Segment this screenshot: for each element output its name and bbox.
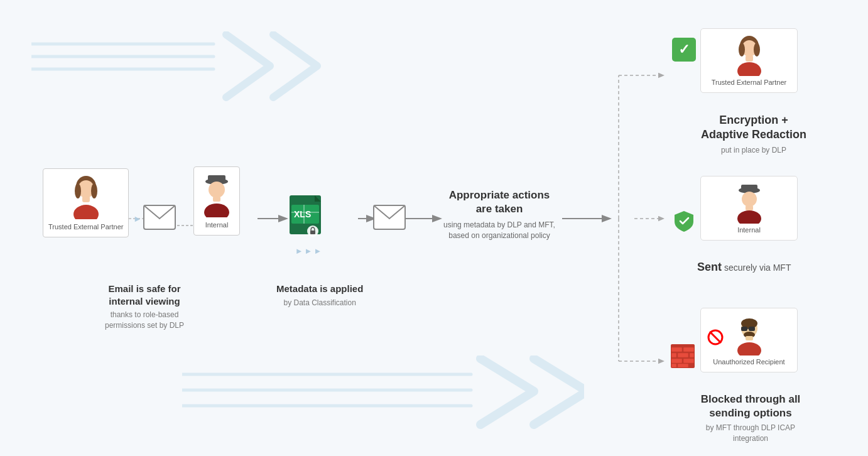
svg-rect-52 xyxy=(671,347,682,352)
brick-wall-icon xyxy=(671,344,695,368)
outcome-internal-card: Internal xyxy=(700,176,798,241)
svg-point-20 xyxy=(73,205,99,219)
svg-point-48 xyxy=(742,192,757,207)
diagram-container: Trusted External Partner ► ► ► xyxy=(0,0,868,456)
action-box: Appropriate actions are taken using meta… xyxy=(440,188,559,241)
mini-arrows-2: ► ► ► xyxy=(286,246,330,256)
outcome-trusted-action-sub: put in place by DLP xyxy=(700,146,807,155)
outcome-trusted-text: Encryption + Adaptive Redaction put in p… xyxy=(700,113,807,155)
svg-rect-47 xyxy=(741,185,757,192)
svg-rect-53 xyxy=(683,347,694,352)
svg-rect-56 xyxy=(690,353,694,357)
svg-line-62 xyxy=(710,332,721,343)
svg-rect-59 xyxy=(671,364,676,367)
svg-point-28 xyxy=(209,182,225,198)
outcome-unauthorized-text: Blocked through all sending options by M… xyxy=(697,393,804,444)
outcome-unauthorized-card: Unauthorized Recipient xyxy=(700,308,798,372)
email-desc-bold: Email is safe for internal viewing xyxy=(94,283,195,307)
svg-point-22 xyxy=(75,183,81,198)
action-sub: using metadata by DLP and MFT, based on … xyxy=(440,220,559,241)
metadata-desc-sub: by Data Classification xyxy=(276,298,363,308)
svg-text:XLS: XLS xyxy=(294,209,311,219)
outcome-internal-action-sub: securely via MFT xyxy=(722,263,791,273)
outcome-unauthorized-action-sub: by MFT through DLP ICAP integration xyxy=(697,423,804,444)
svg-rect-60 xyxy=(678,364,688,367)
sender-avatar xyxy=(68,175,104,219)
outcome-internal-shield xyxy=(672,209,696,236)
svg-point-23 xyxy=(91,183,97,198)
bg-chevrons-top xyxy=(31,31,358,107)
outcome-unauthorized-block xyxy=(671,344,695,371)
svg-rect-54 xyxy=(671,353,676,357)
svg-point-42 xyxy=(737,62,761,76)
svg-point-44 xyxy=(739,43,745,57)
outcome-internal-action-bold: Sent xyxy=(697,261,722,273)
svg-rect-57 xyxy=(671,359,682,363)
bg-chevrons-bottom xyxy=(182,356,584,437)
outcome-internal-text: Sent securely via MFT xyxy=(697,261,791,274)
svg-rect-55 xyxy=(678,353,688,357)
svg-rect-50 xyxy=(746,205,753,210)
svg-rect-70 xyxy=(746,336,753,340)
svg-point-49 xyxy=(737,210,761,224)
check-icon: ✓ xyxy=(672,38,696,62)
svg-rect-30 xyxy=(213,197,220,202)
email-icon-1 xyxy=(143,205,176,232)
internal-label: Internal xyxy=(205,221,229,229)
outcome-internal-avatar xyxy=(733,183,766,224)
outcome-trusted-avatar xyxy=(733,35,766,76)
no-symbol-icon xyxy=(707,329,724,345)
svg-point-45 xyxy=(754,43,760,57)
metadata-desc-bold: Metadata is applied xyxy=(276,283,363,295)
outcome-trusted-label: Trusted External Partner xyxy=(712,79,786,86)
svg-point-69 xyxy=(737,342,761,356)
sender-person-card: Trusted External Partner xyxy=(43,168,129,237)
outcome-trusted-action-bold: Encryption + Adaptive Redaction xyxy=(700,113,807,143)
dashed-connector-1 xyxy=(177,218,195,229)
metadata-desc: Metadata is applied by Data Classificati… xyxy=(276,283,363,308)
sender-label: Trusted External Partner xyxy=(48,223,123,231)
outcome-internal-label: Internal xyxy=(737,226,761,234)
outcome-trusted-icon: ✓ xyxy=(672,38,696,62)
svg-rect-65 xyxy=(741,327,747,331)
outcome-unauthorized-label: Unauthorized Recipient xyxy=(713,358,784,366)
outcome-unauthorized-avatar xyxy=(733,315,766,356)
action-title: Appropriate actions are taken xyxy=(440,188,559,216)
xls-file-icon: XLS ► ► ► xyxy=(286,192,330,256)
outcome-trusted-card: Trusted External Partner xyxy=(700,28,798,93)
svg-rect-66 xyxy=(749,327,755,331)
svg-point-29 xyxy=(204,204,229,217)
svg-rect-21 xyxy=(82,196,90,202)
internal-avatar xyxy=(199,173,234,217)
shield-icon xyxy=(672,209,696,233)
internal-person-card: Internal xyxy=(193,166,240,236)
svg-rect-43 xyxy=(746,55,753,62)
email-desc-sub: thanks to role-based permissions set by … xyxy=(94,310,195,331)
email-icon-2 xyxy=(373,205,406,232)
svg-rect-38 xyxy=(310,231,315,234)
email-desc: Email is safe for internal viewing thank… xyxy=(94,283,195,331)
svg-rect-58 xyxy=(683,359,694,363)
outcome-unauthorized-action-bold: Blocked through all sending options xyxy=(697,393,804,420)
